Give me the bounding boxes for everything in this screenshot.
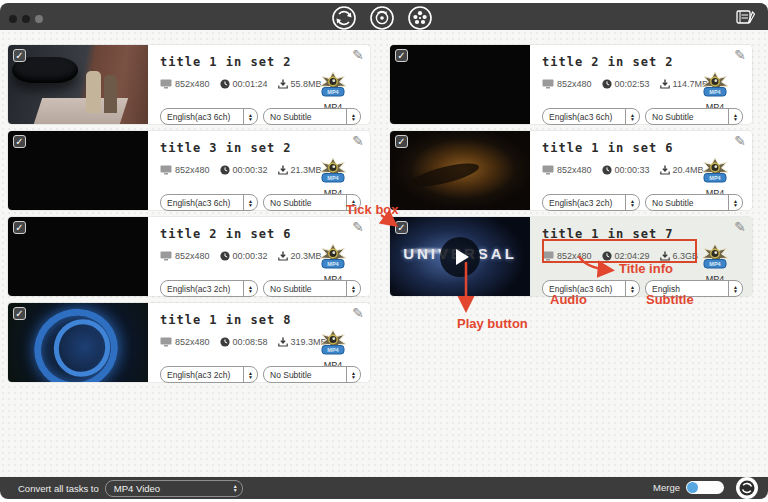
edit-pencil-icon[interactable]: ✎ <box>352 47 364 63</box>
clock-icon <box>602 79 612 89</box>
track-selectors: English(ac3 2ch) ▲▼ No Subtitle ▲▼ <box>542 194 743 211</box>
film-reel-icon[interactable] <box>407 5 433 31</box>
clock-icon <box>220 165 230 175</box>
resolution-segment: 852x480 <box>542 251 592 261</box>
title-card[interactable]: ✓ title 3 in set 2 852x480 00:00:3 <box>8 131 370 210</box>
download-size-icon <box>660 251 670 261</box>
download-size-icon <box>278 165 288 175</box>
disc-source-icon[interactable] <box>369 5 395 31</box>
svg-text:MP4: MP4 <box>709 261 721 267</box>
track-selectors: English(ac3 6ch) ▲▼ No Subtitle ▲▼ <box>542 108 743 125</box>
display-icon <box>542 251 554 261</box>
title-info-row: 852x480 00:00:33 20.4MB <box>542 165 710 175</box>
title-name: title 1 in set 8 <box>160 313 292 327</box>
format-badge: MP4 MP4 <box>698 158 732 198</box>
duration-segment: 00:01:24 <box>220 79 268 89</box>
audio-select-value: English(ac3 6ch) <box>161 112 243 122</box>
duration-value: 00:08:58 <box>233 337 268 347</box>
download-size-icon <box>660 79 670 89</box>
duration-value: 00:00:32 <box>233 165 268 175</box>
title-checkbox[interactable]: ✓ <box>13 49 26 62</box>
check-icon: ✓ <box>397 222 405 233</box>
subtitle-annotation: Subtitle <box>646 292 694 307</box>
play-icon <box>456 249 469 265</box>
audio-select[interactable]: English(ac3 2ch) ▲▼ <box>160 366 258 383</box>
subtitle-select-value: No Subtitle <box>646 198 728 208</box>
zoom-window-button[interactable] <box>35 15 43 23</box>
subtitle-select-value: No Subtitle <box>264 198 346 208</box>
title-checkbox[interactable]: ✓ <box>13 307 26 320</box>
download-size-icon <box>278 79 288 89</box>
size-segment: 6.3GB <box>660 251 699 261</box>
resolution-value: 852x480 <box>175 79 210 89</box>
audio-select[interactable]: English(ac3 6ch) ▲▼ <box>160 108 258 125</box>
title-checkbox[interactable]: ✓ <box>395 221 408 234</box>
subtitle-select-value: No Subtitle <box>646 112 728 122</box>
title-name: title 1 in set 7 <box>542 227 674 241</box>
video-thumbnail[interactable]: UNIVERSAL ✓ <box>390 217 530 296</box>
clock-icon <box>602 251 612 261</box>
subtitle-select[interactable]: No Subtitle ▲▼ <box>645 108 743 125</box>
output-format-select[interactable]: MP4 Video ▲▼ <box>105 480 243 497</box>
edit-pencil-icon[interactable]: ✎ <box>352 305 364 321</box>
subtitle-select-value: No Subtitle <box>264 112 346 122</box>
title-checkbox[interactable]: ✓ <box>395 135 408 148</box>
edit-pencil-icon[interactable]: ✎ <box>734 219 746 235</box>
title-checkbox[interactable]: ✓ <box>395 49 408 62</box>
video-thumbnail[interactable]: ✓ <box>8 303 148 382</box>
duration-segment: 00:00:32 <box>220 165 268 175</box>
svg-text:MP4: MP4 <box>327 89 339 95</box>
download-size-icon <box>278 337 288 347</box>
audio-select[interactable]: English(ac3 6ch) ▲▼ <box>160 194 258 211</box>
title-card[interactable]: ✓ title 2 in set 2 852x480 00:02:5 <box>390 45 752 124</box>
run-convert-button[interactable] <box>736 477 758 499</box>
subtitle-select[interactable]: No Subtitle ▲▼ <box>645 194 743 211</box>
video-thumbnail[interactable]: ✓ <box>390 131 530 210</box>
edit-pencil-icon[interactable]: ✎ <box>734 47 746 63</box>
display-icon <box>160 337 172 347</box>
merge-toggle[interactable] <box>686 481 724 494</box>
format-star-icon: MP4 <box>318 72 348 98</box>
sync-icon[interactable] <box>331 5 357 31</box>
video-thumbnail[interactable]: ✓ <box>390 45 530 124</box>
subtitle-select[interactable]: No Subtitle ▲▼ <box>263 280 361 297</box>
resolution-segment: 852x480 <box>160 251 210 261</box>
minimize-window-button[interactable] <box>22 15 30 23</box>
edit-pencil-icon[interactable]: ✎ <box>352 133 364 149</box>
stepper-icon: ▲▼ <box>625 281 639 296</box>
video-edit-icon[interactable] <box>736 9 756 30</box>
video-thumbnail[interactable]: ✓ <box>8 45 148 124</box>
title-checkbox[interactable]: ✓ <box>13 221 26 234</box>
subtitle-select[interactable]: No Subtitle ▲▼ <box>263 108 361 125</box>
title-info-row: 852x480 00:00:32 21.3MB <box>160 165 328 175</box>
clock-icon <box>602 165 612 175</box>
display-icon <box>542 165 554 175</box>
audio-select[interactable]: English(ac3 2ch) ▲▼ <box>160 280 258 297</box>
title-checkbox[interactable]: ✓ <box>13 135 26 148</box>
title-card[interactable]: ✓ title 1 in set 6 852x480 00:00:3 <box>390 131 752 210</box>
clock-icon <box>220 79 230 89</box>
resolution-segment: 852x480 <box>160 337 210 347</box>
title-card[interactable]: ✓ title 1 in set 2 852x480 00:01:2 <box>8 45 370 124</box>
title-card[interactable]: ✓ title 1 in set 8 852x480 00:08:5 <box>8 303 370 382</box>
stepper-icon: ▲▼ <box>625 109 639 124</box>
duration-value: 00:00:33 <box>615 165 650 175</box>
edit-pencil-icon[interactable]: ✎ <box>734 133 746 149</box>
audio-select[interactable]: English(ac3 6ch) ▲▼ <box>542 108 640 125</box>
title-details: title 2 in set 6 852x480 00:00:32 <box>158 217 370 296</box>
video-thumbnail[interactable]: ✓ <box>8 131 148 210</box>
title-card[interactable]: UNIVERSAL ✓ title 1 in set 7 852x480 <box>390 217 752 296</box>
audio-select[interactable]: English(ac3 2ch) ▲▼ <box>542 194 640 211</box>
resolution-value: 852x480 <box>557 251 592 261</box>
subtitle-select[interactable]: No Subtitle ▲▼ <box>263 366 361 383</box>
close-window-button[interactable] <box>9 15 17 23</box>
display-icon <box>542 79 554 89</box>
play-button[interactable] <box>440 237 480 277</box>
title-card[interactable]: ✓ title 2 in set 6 852x480 00:00:3 <box>8 217 370 296</box>
edit-pencil-icon[interactable]: ✎ <box>352 219 364 235</box>
track-selectors: English(ac3 6ch) ▲▼ No Subtitle ▲▼ <box>160 108 361 125</box>
format-badge: MP4 MP4 <box>316 244 350 284</box>
video-thumbnail[interactable]: ✓ <box>8 217 148 296</box>
audio-select-value: English(ac3 6ch) <box>543 112 625 122</box>
resolution-value: 852x480 <box>175 165 210 175</box>
